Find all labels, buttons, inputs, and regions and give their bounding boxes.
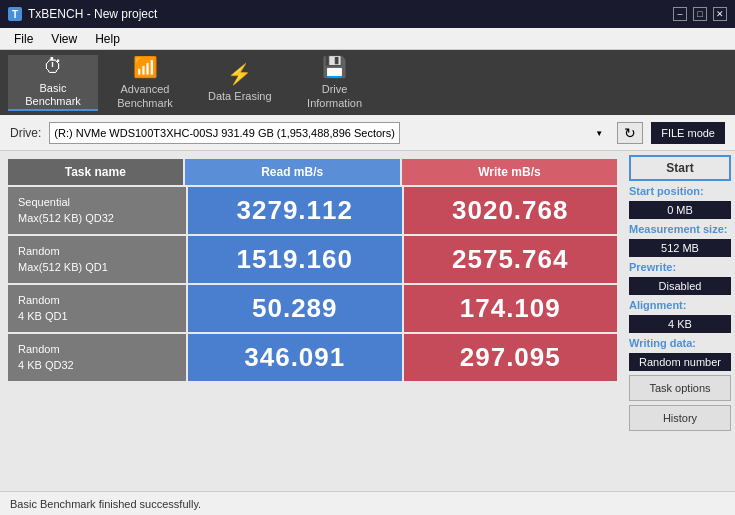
toolbar-data-erasing[interactable]: ⚡ Data Erasing: [192, 55, 288, 111]
row3-read: 50.289: [188, 285, 402, 332]
table-row: RandomMax(512 KB) QD1 1519.160 2575.764: [8, 236, 617, 283]
table-row: Random4 KB QD32 346.091 297.095: [8, 334, 617, 381]
col-read: Read mB/s: [185, 159, 400, 185]
row2-read: 1519.160: [188, 236, 402, 283]
app-icon: T: [8, 7, 22, 21]
toolbar-basic-benchmark[interactable]: ⏱ BasicBenchmark: [8, 55, 98, 111]
status-bar: Basic Benchmark finished successfully.: [0, 491, 735, 515]
row1-read: 3279.112: [188, 187, 402, 234]
row4-write: 297.095: [404, 334, 618, 381]
start-position-label: Start position:: [629, 185, 731, 197]
alignment-value: 4 KB: [629, 315, 731, 333]
table-header: Task name Read mB/s Write mB/s: [8, 159, 617, 185]
history-button[interactable]: History: [629, 405, 731, 431]
table-row: Random4 KB QD1 50.289 174.109: [8, 285, 617, 332]
measurement-size-value: 512 MB: [629, 239, 731, 257]
toolbar-advanced-benchmark-label: AdvancedBenchmark: [117, 83, 173, 109]
prewrite-value: Disabled: [629, 277, 731, 295]
toolbar-advanced-benchmark[interactable]: 📶 AdvancedBenchmark: [100, 55, 190, 111]
menu-bar: File View Help: [0, 28, 735, 50]
writing-data-label: Writing data:: [629, 337, 731, 349]
row4-name: Random4 KB QD32: [8, 334, 186, 381]
start-button[interactable]: Start: [629, 155, 731, 181]
data-erasing-icon: ⚡: [227, 62, 252, 86]
toolbar-drive-information[interactable]: 💾 DriveInformation: [290, 55, 380, 111]
row3-write: 174.109: [404, 285, 618, 332]
menu-help[interactable]: Help: [87, 30, 128, 48]
basic-benchmark-icon: ⏱: [43, 55, 63, 78]
row4-read: 346.091: [188, 334, 402, 381]
menu-file[interactable]: File: [6, 30, 41, 48]
window-title: TxBENCH - New project: [28, 7, 157, 21]
drive-select[interactable]: (R:) NVMe WDS100T3XHC-00SJ 931.49 GB (1,…: [49, 122, 400, 144]
close-button[interactable]: ✕: [713, 7, 727, 21]
writing-data-value: Random number: [629, 353, 731, 371]
drive-information-icon: 💾: [322, 55, 347, 79]
menu-view[interactable]: View: [43, 30, 85, 48]
main-content: Task name Read mB/s Write mB/s Sequentia…: [0, 151, 735, 491]
prewrite-label: Prewrite:: [629, 261, 731, 273]
row2-write: 2575.764: [404, 236, 618, 283]
start-position-value: 0 MB: [629, 201, 731, 219]
minimize-button[interactable]: –: [673, 7, 687, 21]
row1-name: SequentialMax(512 KB) QD32: [8, 187, 186, 234]
status-text: Basic Benchmark finished successfully.: [10, 498, 201, 510]
file-mode-button[interactable]: FILE mode: [651, 122, 725, 144]
title-bar: T TxBENCH - New project – □ ✕: [0, 0, 735, 28]
advanced-benchmark-icon: 📶: [133, 55, 158, 79]
maximize-button[interactable]: □: [693, 7, 707, 21]
toolbar-basic-benchmark-label: BasicBenchmark: [25, 82, 81, 108]
col-task-name: Task name: [8, 159, 183, 185]
drive-select-wrapper: (R:) NVMe WDS100T3XHC-00SJ 931.49 GB (1,…: [49, 122, 609, 144]
toolbar-drive-information-label: DriveInformation: [307, 83, 362, 109]
drive-bar: Drive: (R:) NVMe WDS100T3XHC-00SJ 931.49…: [0, 115, 735, 151]
row2-name: RandomMax(512 KB) QD1: [8, 236, 186, 283]
drive-refresh-button[interactable]: ↻: [617, 122, 643, 144]
toolbar: ⏱ BasicBenchmark 📶 AdvancedBenchmark ⚡ D…: [0, 50, 735, 115]
right-panel: Start Start position: 0 MB Measurement s…: [625, 151, 735, 491]
measurement-size-label: Measurement size:: [629, 223, 731, 235]
task-options-button[interactable]: Task options: [629, 375, 731, 401]
row1-write: 3020.768: [404, 187, 618, 234]
table-row: SequentialMax(512 KB) QD32 3279.112 3020…: [8, 187, 617, 234]
row3-name: Random4 KB QD1: [8, 285, 186, 332]
drive-label: Drive:: [10, 126, 41, 140]
col-write: Write mB/s: [402, 159, 617, 185]
benchmark-area: Task name Read mB/s Write mB/s Sequentia…: [0, 151, 625, 491]
title-bar-left: T TxBENCH - New project: [8, 7, 157, 21]
alignment-label: Alignment:: [629, 299, 731, 311]
toolbar-data-erasing-label: Data Erasing: [208, 90, 272, 103]
window-controls: – □ ✕: [673, 7, 727, 21]
